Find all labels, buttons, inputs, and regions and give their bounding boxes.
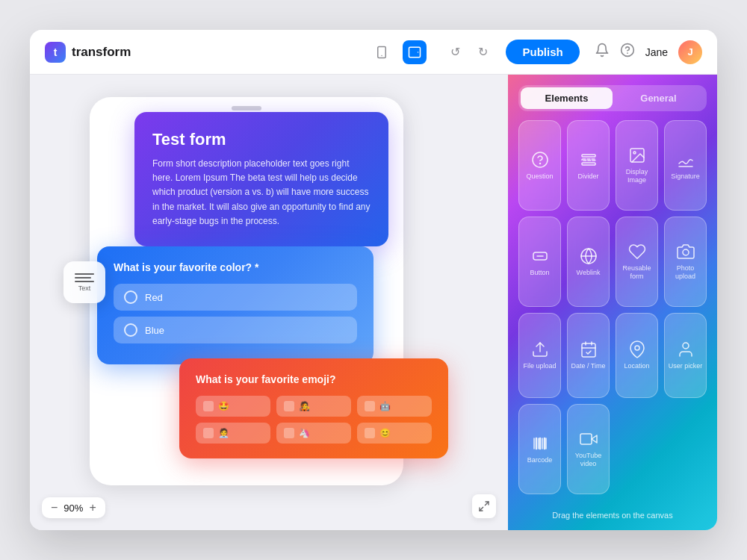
element-button[interactable]: Button [518,217,561,307]
device-controls [370,40,427,64]
emoji-check-2 [284,401,294,411]
text-tool-widget[interactable]: Text [63,261,105,303]
tab-elements[interactable]: Elements [521,87,613,109]
form-description: Form short description placeholder text … [152,157,371,228]
tab-general[interactable]: General [613,87,704,109]
svg-point-27 [683,343,689,349]
logo-icon: t [45,42,66,63]
element-location-label: Location [624,362,649,370]
element-photo-upload[interactable]: Photo upload [664,217,707,307]
element-question[interactable]: Question [518,120,561,211]
svg-rect-36 [580,434,592,444]
panel-footer: Drag the elements on the canvas [508,503,717,530]
avatar: J [678,40,702,64]
emoji-option-2[interactable]: 🧑‍🎤 [276,396,351,417]
user-name: Jane [645,46,668,58]
app-window: t transform ↺ ↻ Publish [30,30,717,530]
emoji-check-1 [203,401,214,411]
element-date-time[interactable]: Date / Time [567,313,610,398]
element-question-label: Question [526,172,553,181]
element-youtube-video-label: YouTube video [571,452,606,468]
element-user-picker-label: User picker [669,362,703,370]
tablet-notch [232,106,261,111]
svg-point-8 [533,152,548,167]
zoom-in-button[interactable]: + [89,502,96,514]
element-divider-label: Divider [577,172,598,181]
emoji-check-4 [203,428,214,438]
element-reusable-form[interactable]: Reusable form [616,217,658,307]
option-red[interactable]: Red [114,284,357,311]
header-right: Jane J [595,40,702,64]
element-location[interactable]: Location [616,313,658,398]
emoji-option-4[interactable]: 🧑‍💼 [196,423,270,444]
svg-point-14 [633,152,636,154]
element-barcode-label: Barcode [527,456,553,464]
element-youtube-video[interactable]: YouTube video [567,404,610,494]
element-weblink-label: Weblink [577,269,601,277]
zoom-out-button[interactable]: − [51,502,58,514]
radio-red [124,290,137,304]
element-display-image-label: Display Image [619,168,654,184]
panel-content: Elements General Question Divider [508,75,717,530]
emoji-option-5[interactable]: 🦄 [276,423,351,444]
canvas-area: Test form Form short description placeho… [30,75,508,530]
radio-blue [124,323,137,337]
tablet-device-button[interactable] [403,40,427,64]
notification-button[interactable] [595,43,610,61]
zoom-level: 90% [63,503,83,514]
element-user-picker[interactable]: User picker [664,313,707,398]
svg-rect-10 [582,155,595,157]
right-panel: Elements General Question Divider [508,75,717,530]
help-button[interactable] [620,43,635,61]
text-tool-label: Text [78,284,91,292]
element-file-upload[interactable]: File upload [518,313,561,398]
logo: t transform [45,42,131,63]
emoji-option-6[interactable]: 😊 [357,423,432,444]
element-divider[interactable]: Divider [567,120,610,211]
element-signature[interactable]: Signature [664,120,707,211]
svg-rect-22 [582,343,595,357]
svg-line-6 [485,502,489,505]
emoji-question-label: What is your favorite emoji? [196,373,432,385]
svg-rect-12 [582,163,595,165]
svg-point-26 [635,346,639,350]
element-display-image[interactable]: Display Image [616,120,658,211]
element-reusable-form-label: Reusable form [619,264,654,281]
element-barcode[interactable]: Barcode [518,404,561,494]
svg-marker-35 [592,435,597,443]
element-date-time-label: Date / Time [571,362,605,370]
logo-text: transform [72,45,131,60]
emoji-grid: 🤩 🧑‍🎤 🤖 🧑‍💼 [196,396,432,444]
emoji-check-5 [284,428,294,438]
option-blue[interactable]: Blue [114,317,357,343]
undo-redo-controls: ↺ ↻ [444,42,494,62]
color-question-label: What is your favorite color? * [114,261,357,273]
emoji-question-card: What is your favorite emoji? 🤩 🧑‍🎤 🤖 [179,358,448,458]
color-question-card: What is your favorite color? * Red Blue [97,246,374,364]
svg-point-20 [683,249,689,255]
publish-button[interactable]: Publish [506,40,579,64]
element-signature-label: Signature [671,172,700,181]
emoji-option-3[interactable]: 🤖 [357,396,432,417]
element-file-upload-label: File upload [523,362,556,370]
panel-footer-hint: Drag the elements on the canvas [552,511,672,520]
form-header-card: Test form Form short description placeho… [134,112,388,246]
element-photo-upload-label: Photo upload [668,264,703,281]
emoji-check-6 [365,428,375,438]
emoji-option-1[interactable]: 🤩 [196,396,270,417]
elements-grid: Question Divider Display Image [508,111,717,503]
body: Test form Form short description placeho… [30,75,717,530]
panel-tabs: Elements General [518,85,707,111]
svg-rect-11 [582,159,595,161]
form-title: Test form [152,130,371,149]
emoji-check-3 [365,401,375,411]
svg-line-7 [480,507,483,511]
element-weblink[interactable]: Weblink [567,217,610,307]
mobile-device-button[interactable] [370,40,394,64]
redo-button[interactable]: ↻ [472,42,494,62]
element-button-label: Button [530,269,549,277]
zoom-controls: − 90% + [42,497,105,518]
undo-button[interactable]: ↺ [444,42,466,62]
expand-button[interactable] [472,494,496,518]
header: t transform ↺ ↻ Publish [30,30,717,75]
